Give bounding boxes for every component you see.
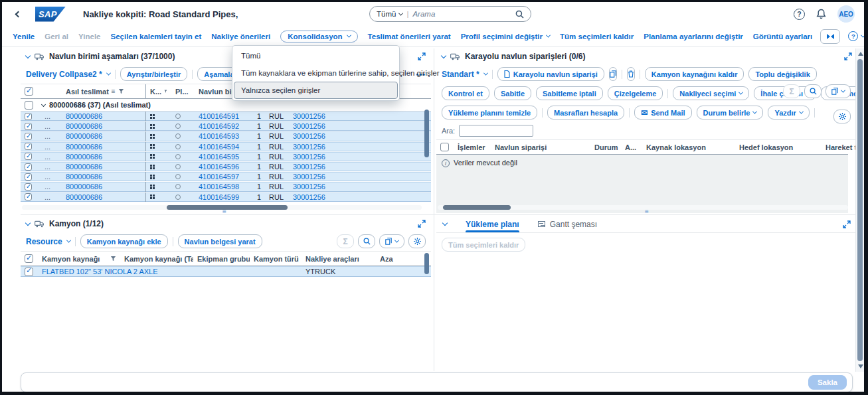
row-checkbox[interactable]	[25, 193, 32, 200]
row-checkbox[interactable]	[25, 173, 32, 181]
export-menu-button[interactable]	[379, 234, 404, 248]
truck-resource-link[interactable]: FLATBED 102" 53' NICOLA 2 AXLE	[42, 268, 158, 276]
column-header-actions[interactable]: İşlemler	[454, 143, 491, 151]
save-button[interactable]: Sakla	[808, 375, 847, 390]
column-header-truck-resource[interactable]: Kamyon kaynağı	[38, 255, 120, 263]
splitter-grip[interactable]	[222, 209, 226, 214]
select-all-checkbox[interactable]	[25, 87, 33, 96]
table-row[interactable]: ... 800000686 4100164595 1 RUL 30001256	[21, 152, 431, 162]
product-link[interactable]: 30001256	[293, 153, 325, 161]
tab-load-plan[interactable]: Yükleme planı	[466, 216, 519, 232]
add-truck-resource-button[interactable]: Kamyon kaynağı ekle	[80, 234, 168, 248]
freight-unit-link[interactable]: 4100164595	[199, 153, 239, 161]
carrier-selection-menu-button[interactable]: Nakliyeci seçimi	[673, 86, 749, 100]
row-checkbox[interactable]	[25, 113, 32, 120]
column-header-freight-order[interactable]: Navlun siparişi	[491, 143, 590, 151]
product-link[interactable]: 30001256	[293, 132, 325, 140]
vertical-scrollbar-thumb[interactable]	[424, 253, 429, 274]
row-actions-button[interactable]: ...	[41, 193, 62, 201]
set-status-menu-button[interactable]: Durum belirle	[697, 106, 764, 119]
row-actions-button[interactable]: ...	[41, 143, 62, 151]
collapse-panel-chevron-icon[interactable]	[25, 52, 31, 58]
row-checkbox[interactable]	[25, 153, 32, 160]
column-header-a[interactable]: A...	[621, 143, 642, 151]
column-header-destination-location[interactable]: Hedef lokasyon	[735, 143, 822, 151]
table-row[interactable]: ... 800000686 4100164593 1 RUL 30001256	[21, 131, 431, 141]
product-link[interactable]: 30001256	[293, 112, 325, 120]
row-actions-button[interactable]: ...	[41, 163, 62, 171]
view-selector-dropdown[interactable]: Resource	[26, 237, 70, 246]
collapse-panel-chevron-icon[interactable]	[441, 52, 446, 58]
copy-button[interactable]	[609, 67, 617, 81]
settings-gear-icon[interactable]	[833, 110, 851, 123]
view-selector-dropdown[interactable]: Delivery Collpase2 *	[26, 70, 110, 79]
row-checkbox[interactable]	[25, 183, 32, 191]
undo-button[interactable]: Geri al	[44, 33, 68, 40]
clear-all-selections-button[interactable]: Tüm seçimleri kaldır	[442, 238, 525, 252]
delivery-link[interactable]: 800000686	[66, 193, 102, 201]
change-planning-settings-button[interactable]: Planlama ayarlarını değiştir	[644, 33, 743, 40]
change-profile-selection-button[interactable]: Profil seçimini değiştir	[461, 33, 550, 40]
delivery-link[interactable]: 800000686	[66, 163, 102, 171]
table-search-input[interactable]	[459, 125, 533, 137]
notifications-bell-icon[interactable]	[816, 9, 826, 19]
split-merge-button[interactable]: Ayrıştır/birleştir	[120, 67, 188, 81]
delivery-link[interactable]: 800000686	[66, 132, 102, 140]
search-scope-dropdown[interactable]: Tümü	[377, 10, 402, 18]
product-link[interactable]: 30001256	[293, 122, 325, 130]
select-all-checkbox[interactable]	[440, 143, 449, 151]
column-header-movement-t[interactable]: Hareket t...	[822, 143, 857, 151]
row-checkbox[interactable]	[25, 123, 32, 130]
consolidation-menu-button[interactable]: Konsolidasyon	[280, 31, 357, 42]
redo-button[interactable]: Yinele	[78, 33, 100, 40]
scroll-up-arrow[interactable]	[858, 52, 863, 56]
table-row[interactable]: ... 800000686 4100164598 1 RUL 30001256	[21, 182, 431, 192]
splitter-grip[interactable]	[645, 209, 649, 214]
unfix-button[interactable]: Sabitleme iptali	[536, 86, 603, 100]
assign-selected-items-button[interactable]: Seçilen kalemleri tayin et	[111, 33, 202, 40]
table-row[interactable]: ... 800000686 4100164596 1 RUL 30001256	[21, 162, 431, 172]
delivery-link[interactable]: 800000686	[66, 173, 102, 181]
search-icon[interactable]	[515, 10, 524, 19]
column-header-k[interactable]: K...	[146, 88, 171, 96]
column-header-pl[interactable]: Pl...	[171, 88, 195, 96]
help-menu-button[interactable]	[848, 31, 865, 41]
create-freight-document-button[interactable]: Navlun belgesi yarat	[178, 234, 262, 248]
row-checkbox[interactable]	[25, 163, 32, 171]
table-row[interactable]: ... 800000686 4100164594 1 RUL 30001256	[21, 142, 431, 152]
row-splitter[interactable]	[21, 214, 857, 215]
freight-unit-link[interactable]: 4100164594	[199, 143, 239, 151]
user-avatar[interactable]: AEO	[837, 5, 855, 23]
horizontal-scrollbar-thumb[interactable]	[167, 205, 288, 210]
row-actions-button[interactable]: ...	[41, 132, 62, 140]
column-header-delivery[interactable]: Asıl teslimat ≡	[62, 84, 146, 98]
search-icon[interactable]	[358, 234, 375, 248]
scroll-down-arrow[interactable]	[858, 364, 863, 368]
row-actions-button[interactable]: ...	[41, 183, 62, 191]
tab-gantt-chart[interactable]: Gantt şeması	[538, 216, 597, 232]
column-header-truck-description[interactable]: Kamyon kaynağı (Tanım)	[120, 255, 193, 263]
freight-unit-link[interactable]: 4100164596	[199, 163, 239, 171]
expand-panel-icon[interactable]	[843, 220, 851, 228]
remove-truck-resource-button[interactable]: Kamyon kaynağını kaldır	[645, 67, 744, 81]
calculate-charges-button[interactable]: Masrafları hesapla	[547, 106, 624, 119]
clear-load-plan-button[interactable]: Yükleme planını temizle	[442, 106, 537, 119]
column-splitter[interactable]	[434, 48, 434, 371]
sum-icon[interactable]	[783, 84, 800, 98]
product-link[interactable]: 30001256	[293, 193, 325, 201]
product-link[interactable]: 30001256	[293, 173, 325, 181]
table-row[interactable]: FLATBED 102" 53' NICOLA 2 AXLE YTRUCK	[21, 266, 431, 277]
group-checkbox[interactable]	[25, 101, 33, 110]
column-header-aza[interactable]: Aza	[376, 255, 409, 263]
column-header-equipment-group[interactable]: Ekipman grubu	[193, 255, 250, 263]
row-checkbox[interactable]	[25, 268, 33, 276]
delivery-link[interactable]: 800000686	[66, 153, 102, 161]
expand-panel-icon[interactable]	[418, 52, 426, 60]
create-delivery-proposals-button[interactable]: Teslimat önerileri yarat	[368, 33, 451, 40]
menu-item[interactable]: Tümü	[234, 47, 398, 64]
product-link[interactable]: 30001256	[293, 183, 325, 191]
table-row[interactable]: ... 800000686 4100164599 1 RUL 30001256	[21, 193, 431, 202]
global-search[interactable]: Tümü | Arama	[369, 6, 531, 22]
freight-unit-link[interactable]: 4100164592	[199, 122, 239, 130]
remove-all-selections-button[interactable]: Tüm seçimleri kaldır	[560, 33, 634, 40]
